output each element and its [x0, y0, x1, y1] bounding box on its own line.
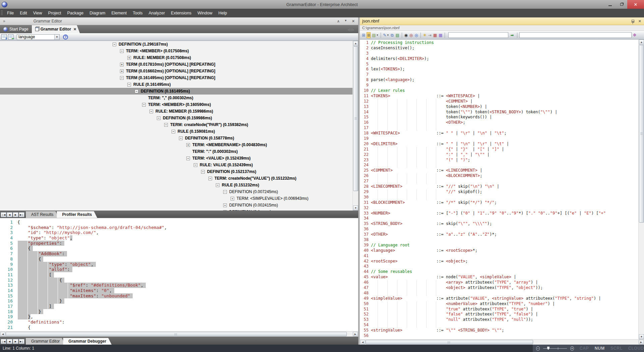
tree-row[interactable]: −TERM: createNode("VALUE") (0.151232ms): [0, 175, 358, 182]
tree-row[interactable]: −DEFINITION (0.152137ms): [0, 168, 358, 175]
tree-row[interactable]: +TERM: <SIMPLEVALUE> (0.006943ms): [0, 195, 358, 202]
tab-nav-cluster[interactable]: ❘◀ ◀ ▶ ▶❘: [1, 339, 24, 344]
menu-extensions[interactable]: Extensions: [168, 9, 194, 17]
goto-icon[interactable]: ⇥: [428, 32, 432, 38]
menu-edit[interactable]: Edit: [17, 9, 30, 17]
collapse-icon[interactable]: −: [120, 76, 124, 80]
profiler-tree[interactable]: −DEFINITION (1.296187ms)−TERM: <MEMBER> …: [0, 41, 358, 211]
menu-analyzer[interactable]: Analyzer: [145, 9, 168, 17]
chevron-down-icon[interactable]: ▼: [387, 34, 389, 36]
zoom-in-icon[interactable]: +: [570, 346, 574, 351]
prev-tab-icon[interactable]: ◀: [7, 212, 12, 217]
diagram-icon[interactable]: ❖: [633, 33, 637, 38]
go-button[interactable]: ➡: [510, 32, 514, 38]
collapse-icon[interactable]: −: [201, 170, 205, 174]
tab-scroll-arrows[interactable]: ◁▷: [348, 28, 356, 32]
menu-package[interactable]: Package: [64, 9, 86, 17]
menu-project[interactable]: Project: [45, 9, 64, 17]
expand-icon[interactable]: +: [120, 69, 124, 73]
grammar-vertical-scrollbar[interactable]: ▲ ▼: [638, 40, 644, 339]
tab-close-icon[interactable]: ✕: [73, 27, 76, 32]
expand-icon[interactable]: +: [231, 197, 234, 200]
minimize-button[interactable]: [604, 0, 616, 9]
tab-grammar-debugger[interactable]: Grammar Debugger: [63, 338, 112, 345]
grammar-code-editor[interactable]: 1// Processing instructions2caseInsensit…: [360, 40, 644, 339]
menu-window[interactable]: Window: [194, 9, 215, 17]
collapse-icon[interactable]: −: [120, 49, 124, 53]
tree-row[interactable]: −DEFINITION (0.158778ms): [0, 135, 358, 141]
collapse-icon[interactable]: −: [127, 83, 131, 86]
zoom-out-icon[interactable]: −: [536, 346, 540, 351]
find-icon[interactable]: ◉: [404, 32, 408, 38]
sample-editor-hscrollbar[interactable]: ◀ ▶: [0, 331, 358, 337]
zoom-slider-thumb[interactable]: [547, 347, 550, 350]
open-grammar-icon[interactable]: ⬇: [1, 34, 7, 40]
tree-row[interactable]: +TERM: <MEMBERNAME> (0.004830ms): [0, 141, 358, 148]
tree-row[interactable]: −RULE: VALUE (0.152439ms): [0, 162, 358, 168]
filter-input[interactable]: [519, 32, 632, 38]
line-numbers-icon[interactable]: ≣: [367, 32, 371, 38]
collapse-icon[interactable]: −: [216, 183, 219, 187]
scroll-down-icon[interactable]: ▼: [353, 206, 358, 211]
menu-tools[interactable]: Tools: [130, 9, 145, 17]
tree-row[interactable]: −DEFINITION (1.296187ms): [0, 41, 358, 48]
first-tab-icon[interactable]: ❘◀: [1, 212, 6, 217]
properties-icon[interactable]: ⊞: [362, 32, 366, 38]
collapse-icon[interactable]: −: [157, 116, 160, 120]
export-grammar-icon[interactable]: ➡: [8, 34, 13, 40]
tree-row[interactable]: −RULE: MEMBER (0.159986ms): [0, 108, 358, 115]
tree-row[interactable]: −DEFINITION (0.007245ms): [0, 188, 358, 195]
image-icon[interactable]: ▤: [372, 32, 376, 38]
pin-icon[interactable]: [632, 20, 634, 22]
history-icon[interactable]: ▤: [395, 32, 399, 38]
tab-ast-results[interactable]: AST Results: [26, 211, 59, 218]
collapse-icon[interactable]: −: [223, 190, 227, 194]
collapse-panel-icon[interactable]: ∧: [337, 19, 340, 23]
chevron-down-icon[interactable]: ▼: [376, 34, 379, 36]
copy-icon[interactable]: ⧉: [390, 32, 394, 38]
last-tab-icon[interactable]: ▶❘: [19, 212, 24, 217]
search-input[interactable]: [448, 32, 508, 38]
find-in-doc-icon[interactable]: ◎: [409, 32, 413, 38]
collapse-icon[interactable]: −: [149, 110, 153, 113]
menu-view[interactable]: View: [30, 9, 45, 17]
scroll-up-icon[interactable]: ▲: [353, 41, 358, 46]
tree-row[interactable]: −TERM (0.161495ms) [OPTIONAL] [REPEATING…: [0, 74, 358, 81]
collapse-icon[interactable]: −: [142, 103, 146, 107]
collapse-icon[interactable]: −: [113, 43, 116, 46]
tree-row[interactable]: +TERM (0.017810ms) [OPTIONAL] [REPEATING…: [0, 61, 358, 68]
scroll-up-icon[interactable]: ▲: [639, 40, 644, 45]
grid-purple-icon[interactable]: ▦: [438, 32, 443, 38]
tree-row[interactable]: −TERM: <VALUE> (0.152439ms): [0, 155, 358, 162]
prev-tab-icon[interactable]: ◀: [7, 339, 12, 344]
panel-close-icon[interactable]: ✕: [352, 19, 355, 23]
collapse-icon[interactable]: −: [194, 163, 197, 167]
grid-red-icon[interactable]: ▦: [433, 32, 437, 38]
restore-button[interactable]: [616, 0, 627, 9]
grammar-editor-hscrollbar[interactable]: ◀ ▶: [360, 339, 644, 345]
scroll-right-icon[interactable]: ▶: [639, 340, 644, 344]
rule-combobox[interactable]: language ▼: [17, 34, 60, 40]
search-doc-icon[interactable]: ◎: [414, 32, 418, 38]
tree-row[interactable]: −RULE (0.161495ms): [0, 81, 358, 88]
scroll-down-icon[interactable]: ▼: [639, 334, 644, 339]
close-button[interactable]: ✕: [627, 0, 644, 9]
next-tab-icon[interactable]: ▶: [13, 212, 18, 217]
edit-icon[interactable]: ✎: [383, 32, 387, 38]
tree-row[interactable]: −TERM: ":" (0.000302ms): [0, 148, 358, 155]
tree-vertical-scrollbar[interactable]: ▲ ▼: [352, 41, 358, 211]
tree-row[interactable]: +TERM (0.016602ms) [OPTIONAL] [REPEATING…: [0, 68, 358, 74]
scroll-right-icon[interactable]: ▶: [353, 332, 358, 336]
zoom-slider[interactable]: [543, 348, 567, 349]
panel-menu-icon[interactable]: ▼: [344, 19, 347, 23]
menu-file[interactable]: File: [4, 9, 17, 17]
tree-row[interactable]: +DEFINITION (0.002415ms): [0, 202, 358, 209]
first-tab-icon[interactable]: ❘◀: [1, 339, 6, 344]
tree-row[interactable]: −RULE (0.159081ms): [0, 128, 358, 135]
new-item-icon[interactable]: ✳: [423, 32, 427, 38]
tree-row[interactable]: −TERM: createNode("PAIR") (0.159382ms): [0, 121, 358, 128]
last-tab-icon[interactable]: ▶❘: [19, 339, 24, 344]
tree-row[interactable]: −DEFINITION (0.159986ms): [0, 115, 358, 121]
tree-row[interactable]: −DEFINITION (0.161495ms): [0, 88, 358, 95]
collapse-icon[interactable]: −: [179, 136, 183, 140]
